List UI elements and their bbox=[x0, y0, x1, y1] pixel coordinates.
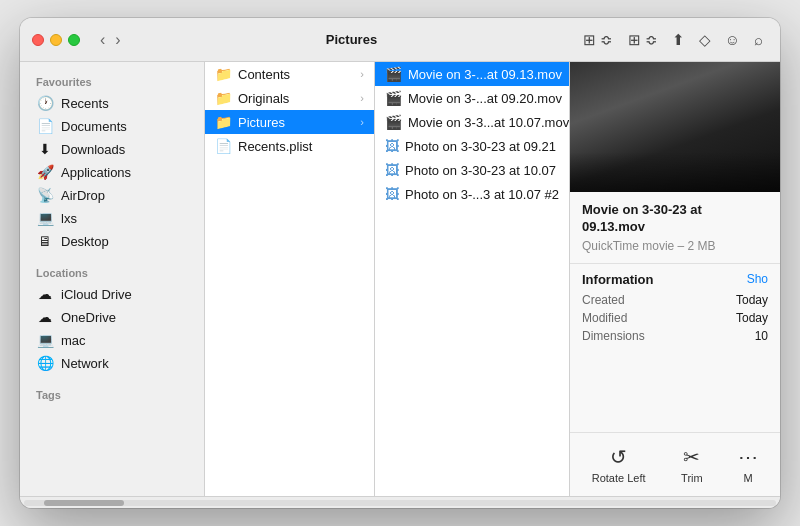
network-icon: 🌐 bbox=[36, 355, 54, 371]
nav-buttons: ‹ › bbox=[96, 29, 125, 51]
preview-column: Movie on 3-30-23 at 09.13.mov QuickTime … bbox=[570, 62, 780, 496]
file-photo2[interactable]: 🖼 Photo on 3-30-23 at 10.07 bbox=[375, 158, 569, 182]
tags-label: Tags bbox=[20, 383, 204, 404]
sidebar-item-downloads[interactable]: ⬇ Downloads bbox=[24, 138, 200, 160]
content-area: Favourites 🕐 Recents 📄 Documents ⬇ Downl… bbox=[20, 62, 780, 496]
file-browser: 📁 Contents › 📁 Originals › 📁 Pictures › … bbox=[205, 62, 780, 496]
sidebar-item-mac[interactable]: 💻 mac bbox=[24, 329, 200, 351]
preview-panel: Movie on 3-30-23 at 09.13.mov QuickTime … bbox=[570, 62, 780, 496]
sidebar-item-recents-label: Recents bbox=[61, 96, 109, 111]
sidebar-item-mac-label: mac bbox=[61, 333, 86, 348]
scrollbar-track[interactable] bbox=[24, 500, 776, 506]
sidebar-item-airdrop-label: AirDrop bbox=[61, 188, 105, 203]
view-options-button[interactable]: ⊞ ≎ bbox=[578, 28, 618, 52]
share-button[interactable]: ⬆ bbox=[667, 28, 690, 52]
preview-meta: QuickTime movie – 2 MB bbox=[582, 239, 768, 253]
sidebar-item-ixs[interactable]: 💻 lxs bbox=[24, 207, 200, 229]
preview-info: Movie on 3-30-23 at 09.13.mov QuickTime … bbox=[570, 192, 780, 264]
more-button[interactable]: ⋯ M bbox=[730, 441, 766, 488]
search-button[interactable]: ⌕ bbox=[749, 28, 768, 51]
folder-originals[interactable]: 📁 Originals › bbox=[205, 86, 374, 110]
sidebar-divider-2 bbox=[20, 375, 204, 383]
desktop-icon: 🖥 bbox=[36, 233, 54, 249]
created-label: Created bbox=[582, 293, 625, 307]
movie-icon: 🎬 bbox=[385, 90, 402, 106]
trim-icon: ✂ bbox=[683, 445, 700, 469]
sidebar-item-documents[interactable]: 📄 Documents bbox=[24, 115, 200, 137]
modified-label: Modified bbox=[582, 311, 627, 325]
sidebar-item-onedrive-label: OneDrive bbox=[61, 310, 116, 325]
trim-button[interactable]: ✂ Trim bbox=[673, 441, 711, 488]
icloud-icon: ☁ bbox=[36, 286, 54, 302]
preview-filename: Movie on 3-30-23 at 09.13.mov bbox=[582, 202, 768, 236]
face-button[interactable]: ☺ bbox=[720, 28, 745, 51]
sidebar-item-desktop[interactable]: 🖥 Desktop bbox=[24, 230, 200, 252]
file-photo1[interactable]: 🖼 Photo on 3-30-23 at 09.21 bbox=[375, 134, 569, 158]
scrollbar-area bbox=[20, 496, 780, 508]
folder-icon: 📁 bbox=[215, 114, 232, 130]
close-button[interactable] bbox=[32, 34, 44, 46]
dimensions-label: Dimensions bbox=[582, 329, 645, 343]
tag-button[interactable]: ◇ bbox=[694, 28, 716, 52]
rotate-left-label: Rotate Left bbox=[592, 472, 646, 484]
file-movie3[interactable]: 🎬 Movie on 3-3...at 10.07.mov bbox=[375, 110, 569, 134]
dimensions-value: 10 bbox=[755, 329, 768, 343]
more-icon: ⋯ bbox=[738, 445, 758, 469]
file-recents-plist[interactable]: 📄 Recents.plist bbox=[205, 134, 374, 158]
sidebar-item-desktop-label: Desktop bbox=[61, 234, 109, 249]
folder-icon: 📁 bbox=[215, 66, 232, 82]
documents-icon: 📄 bbox=[36, 118, 54, 134]
preview-image bbox=[570, 62, 780, 192]
preview-details: Information Sho Created Today Modified T… bbox=[570, 264, 780, 432]
file-photo3[interactable]: 🖼 Photo on 3-...3 at 10.07 #2 bbox=[375, 182, 569, 206]
window-title: Pictures bbox=[133, 32, 571, 47]
back-button[interactable]: ‹ bbox=[96, 29, 109, 51]
sidebar-item-onedrive[interactable]: ☁ OneDrive bbox=[24, 306, 200, 328]
movie-icon: 🎬 bbox=[385, 114, 402, 130]
modified-row: Modified Today bbox=[582, 311, 768, 325]
show-link[interactable]: Sho bbox=[747, 272, 768, 286]
sidebar-item-applications[interactable]: 🚀 Applications bbox=[24, 161, 200, 183]
finder-window: ‹ › Pictures ⊞ ≎ ⊞ ≎ ⬆ ◇ ☺ ⌕ Favourites … bbox=[20, 18, 780, 508]
titlebar-actions: ⊞ ≎ ⊞ ≎ ⬆ ◇ ☺ ⌕ bbox=[578, 28, 768, 52]
downloads-icon: ⬇ bbox=[36, 141, 54, 157]
preview-actions: ↺ Rotate Left ✂ Trim ⋯ M bbox=[570, 432, 780, 496]
forward-button[interactable]: › bbox=[111, 29, 124, 51]
sidebar-item-ixs-label: lxs bbox=[61, 211, 77, 226]
folder-contents[interactable]: 📁 Contents › bbox=[205, 62, 374, 86]
mac-icon: 💻 bbox=[36, 332, 54, 348]
folder-pictures[interactable]: 📁 Pictures › bbox=[205, 110, 374, 134]
movie-icon: 🎬 bbox=[385, 66, 402, 82]
trim-label: Trim bbox=[681, 472, 703, 484]
chevron-icon: › bbox=[360, 116, 364, 128]
photo-icon: 🖼 bbox=[385, 186, 399, 202]
sidebar-item-airdrop[interactable]: 📡 AirDrop bbox=[24, 184, 200, 206]
sidebar-item-network[interactable]: 🌐 Network bbox=[24, 352, 200, 374]
folder-icon: 📁 bbox=[215, 90, 232, 106]
sidebar-item-icloud-label: iCloud Drive bbox=[61, 287, 132, 302]
onedrive-icon: ☁ bbox=[36, 309, 54, 325]
scrollbar-thumb[interactable] bbox=[44, 500, 124, 506]
rotate-left-icon: ↺ bbox=[610, 445, 627, 469]
sidebar-item-applications-label: Applications bbox=[61, 165, 131, 180]
sidebar-item-recents[interactable]: 🕐 Recents bbox=[24, 92, 200, 114]
minimize-button[interactable] bbox=[50, 34, 62, 46]
ixs-icon: 💻 bbox=[36, 210, 54, 226]
locations-label: Locations bbox=[20, 261, 204, 282]
preview-details-header: Information Sho bbox=[582, 272, 768, 287]
file-movie1[interactable]: 🎬 Movie on 3-...at 09.13.mov bbox=[375, 62, 569, 86]
rotate-left-button[interactable]: ↺ Rotate Left bbox=[584, 441, 654, 488]
sidebar-item-icloud[interactable]: ☁ iCloud Drive bbox=[24, 283, 200, 305]
chevron-icon: › bbox=[360, 92, 364, 104]
chevron-icon: › bbox=[360, 68, 364, 80]
sidebar-divider-1 bbox=[20, 253, 204, 261]
information-title: Information bbox=[582, 272, 654, 287]
traffic-lights bbox=[32, 34, 80, 46]
grid-view-button[interactable]: ⊞ ≎ bbox=[623, 28, 663, 52]
files-column: 🎬 Movie on 3-...at 09.13.mov 🎬 Movie on … bbox=[375, 62, 570, 496]
photo-icon: 🖼 bbox=[385, 138, 399, 154]
created-value: Today bbox=[736, 293, 768, 307]
favourites-label: Favourites bbox=[20, 70, 204, 91]
maximize-button[interactable] bbox=[68, 34, 80, 46]
file-movie2[interactable]: 🎬 Movie on 3-...at 09.20.mov bbox=[375, 86, 569, 110]
